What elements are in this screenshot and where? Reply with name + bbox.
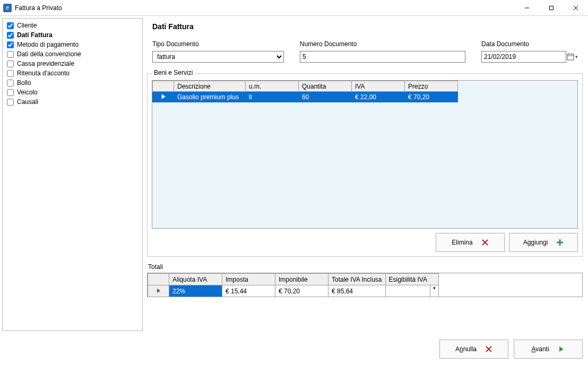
sidebar-item-5[interactable]: Ritenuta d'acconto (7, 68, 138, 78)
grid-totali[interactable]: Aliquota IVAImpostaImponibileTotale IVA … (147, 273, 583, 297)
window-controls (515, 0, 588, 15)
aggiungi-label: Aggiungi (523, 239, 548, 246)
sidebar-item-2[interactable]: Metodo di pagamento (7, 40, 138, 49)
sidebar-item-8[interactable]: Causali (7, 97, 138, 107)
field-numero-documento: Numero Documento (300, 40, 465, 63)
col-header[interactable]: Prezzo (405, 81, 458, 92)
col-header[interactable]: Imposta (222, 274, 275, 285)
add-icon (556, 239, 564, 246)
sidebar-item-label: Veicolo (17, 88, 38, 97)
avanti-button[interactable]: Avanti (514, 340, 583, 359)
col-header[interactable]: u.m. (246, 81, 299, 92)
app-icon: e (3, 4, 12, 12)
elimina-label: Elimina (452, 239, 472, 246)
row-indicator-icon (148, 285, 169, 297)
sidebar-checkbox-2[interactable] (7, 41, 14, 48)
datepicker-data-documento[interactable]: ▾ (481, 51, 566, 63)
sidebar-checkbox-5[interactable] (7, 70, 14, 77)
elimina-button[interactable]: Elimina (436, 233, 505, 252)
sidebar-item-label: Ritenuta d'acconto (17, 68, 70, 78)
col-header[interactable]: IVA (352, 81, 405, 92)
sidebar-checkbox-6[interactable] (7, 80, 14, 86)
cell[interactable]: € 70,20 (405, 92, 458, 102)
avanti-label: Avanti (531, 345, 549, 353)
sidebar-checkbox-7[interactable] (7, 89, 14, 96)
page-title: Dati Fattura (152, 22, 583, 31)
cell[interactable]: 22% (169, 285, 222, 297)
delete-icon (481, 239, 489, 246)
aggiungi-button[interactable]: Aggiungi (509, 233, 578, 252)
close-button[interactable] (564, 0, 588, 15)
sidebar-item-label: Dati Fattura (17, 30, 53, 40)
svg-rect-4 (567, 54, 574, 60)
legend-beni-servizi: Beni e Servizi (152, 69, 195, 76)
col-rowheader (148, 274, 169, 285)
cell[interactable]: € 22,00 (352, 92, 405, 102)
cell[interactable]: Gasolio premium plus (174, 92, 246, 102)
input-data-documento[interactable] (482, 51, 566, 62)
sidebar-item-label: Metodo di pagamento (17, 40, 79, 49)
maximize-button[interactable] (539, 0, 564, 15)
cell[interactable]: € 70,20 (275, 285, 328, 297)
col-rowheader (153, 81, 174, 92)
next-icon (558, 345, 565, 353)
section-totali: Totali Aliquota IVAImpostaImponibileTota… (147, 263, 583, 297)
sidebar-item-6[interactable]: Bollo (7, 78, 138, 88)
label-data-documento: Data Documento (481, 40, 566, 48)
svg-rect-1 (550, 6, 554, 10)
minimize-button[interactable] (515, 0, 539, 15)
label-numero-documento: Numero Documento (300, 40, 465, 48)
cell-esigibilita[interactable]: ▾ (385, 285, 438, 297)
sidebar-item-1[interactable]: Dati Fattura (7, 30, 138, 40)
legend-totali: Totali (148, 263, 583, 271)
annulla-label: Annulla (455, 345, 477, 353)
cell[interactable]: € 85,64 (328, 285, 386, 297)
sidebar-item-7[interactable]: Veicolo (7, 88, 138, 97)
col-header[interactable]: Esigibilità IVA (385, 274, 438, 285)
annulla-button[interactable]: Annulla (439, 340, 508, 359)
sidebar-checkbox-4[interactable] (7, 60, 14, 67)
sidebar-item-label: Causali (17, 97, 38, 107)
col-header[interactable]: Totale IVA Inclusa (328, 274, 386, 285)
grid-beni-servizi[interactable]: Descrizioneu.m.QuantitaIVAPrezzoGasolio … (152, 80, 578, 229)
sidebar: ClienteDati FatturaMetodo di pagamentoDa… (2, 18, 143, 331)
sidebar-checkbox-8[interactable] (7, 99, 14, 106)
cancel-icon (485, 345, 492, 353)
select-tipo-documento[interactable]: fattura (152, 51, 284, 63)
cell[interactable]: lt (246, 92, 299, 102)
chevron-down-icon[interactable]: ▾ (430, 285, 438, 297)
sidebar-item-label: Bollo (17, 78, 31, 88)
field-tipo-documento: Tipo Documento fattura (152, 40, 284, 63)
sidebar-checkbox-3[interactable] (7, 51, 14, 58)
sidebar-item-4[interactable]: Cassa previdenziale (7, 59, 138, 68)
input-numero-documento[interactable] (300, 51, 465, 63)
field-data-documento: Data Documento ▾ (481, 40, 566, 63)
cell[interactable]: € 15,44 (222, 285, 275, 297)
col-header[interactable]: Aliquota IVA (169, 274, 222, 285)
col-header[interactable]: Descrizione (174, 81, 246, 92)
sidebar-item-3[interactable]: Dati della convenzione (7, 49, 138, 59)
group-beni-servizi: Beni e Servizi Descrizioneu.m.QuantitaIV… (147, 73, 583, 257)
chevron-down-icon[interactable]: ▾ (575, 54, 578, 59)
content: Dati Fattura Tipo Documento fattura Nume… (145, 16, 588, 333)
col-header[interactable]: Imponibile (275, 274, 328, 285)
col-header[interactable]: Quantita (299, 81, 352, 92)
sidebar-checkbox-0[interactable] (7, 22, 14, 29)
footer: Annulla Avanti (0, 333, 588, 365)
sidebar-item-0[interactable]: Cliente (7, 21, 138, 30)
sidebar-item-label: Cassa previdenziale (17, 59, 74, 68)
titlebar: e Fattura a Privato (0, 0, 588, 16)
fields-row: Tipo Documento fattura Numero Documento … (152, 40, 583, 63)
sidebar-checkbox-1[interactable] (7, 32, 14, 39)
window-title: Fattura a Privato (15, 4, 62, 12)
sidebar-item-label: Dati della convenzione (17, 49, 81, 59)
label-tipo-documento: Tipo Documento (152, 40, 284, 48)
calendar-icon[interactable] (567, 53, 574, 60)
row-indicator-icon (153, 92, 174, 102)
cell[interactable]: 60 (299, 92, 352, 102)
table-row[interactable]: Gasolio premium pluslt60€ 22,00€ 70,20 (153, 92, 458, 102)
table-row[interactable]: 22%€ 15,44€ 70,20€ 85,64▾ (148, 285, 439, 297)
sidebar-item-label: Cliente (17, 21, 37, 30)
